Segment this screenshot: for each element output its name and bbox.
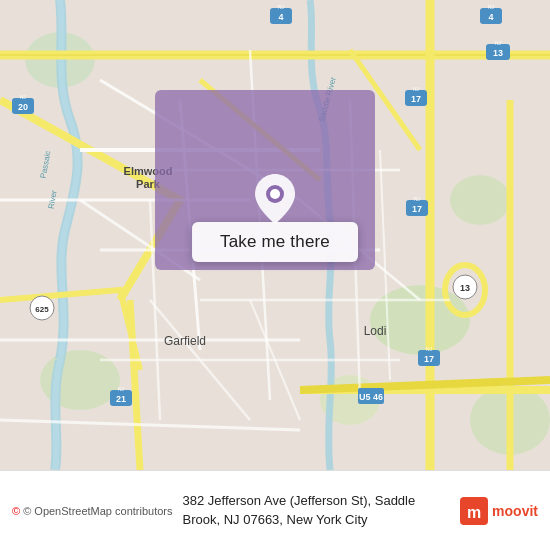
svg-text:U5 46: U5 46 [359, 392, 383, 402]
osm-attribution-text: © OpenStreetMap contributors [23, 505, 172, 517]
svg-text:17: 17 [411, 94, 421, 104]
svg-text:4: 4 [488, 12, 493, 22]
svg-text:NJ: NJ [426, 346, 433, 352]
svg-text:NJ: NJ [414, 196, 421, 202]
moovit-text: moovit [492, 503, 538, 519]
svg-text:17: 17 [412, 204, 422, 214]
svg-text:625: 625 [35, 305, 49, 314]
svg-text:13: 13 [460, 283, 470, 293]
svg-text:Garfield: Garfield [164, 334, 206, 348]
info-bar: © © OpenStreetMap contributors 382 Jeffe… [0, 470, 550, 550]
svg-text:4: 4 [278, 12, 283, 22]
moovit-icon: m [460, 497, 488, 525]
svg-text:20: 20 [18, 102, 28, 112]
svg-text:NJ: NJ [413, 86, 420, 92]
svg-point-47 [270, 189, 280, 199]
svg-text:NJ: NJ [118, 386, 125, 392]
button-overlay: Take me there [192, 172, 358, 262]
svg-text:17: 17 [424, 354, 434, 364]
svg-text:21: 21 [116, 394, 126, 404]
take-me-there-button[interactable]: Take me there [192, 222, 358, 262]
svg-text:NJ: NJ [278, 4, 285, 10]
svg-text:NJ: NJ [495, 40, 502, 46]
osm-copyright-icon: © [12, 505, 20, 517]
svg-point-1 [370, 285, 470, 355]
svg-text:NJ: NJ [488, 4, 495, 10]
map-container: 4 NJ 4 NJ 17 NJ 17 NJ 17 NJ 13 20 NJ 21 … [0, 0, 550, 470]
svg-text:13: 13 [493, 48, 503, 58]
svg-text:NJ: NJ [20, 94, 27, 100]
svg-point-2 [450, 175, 510, 225]
moovit-logo: m moovit [460, 497, 538, 525]
osm-attribution: © © OpenStreetMap contributors [12, 505, 173, 517]
svg-text:Lodi: Lodi [364, 324, 387, 338]
address-text: 382 Jefferson Ave (Jefferson St), Saddle… [183, 492, 451, 528]
svg-text:m: m [467, 504, 481, 521]
map-pin-icon [253, 172, 297, 226]
